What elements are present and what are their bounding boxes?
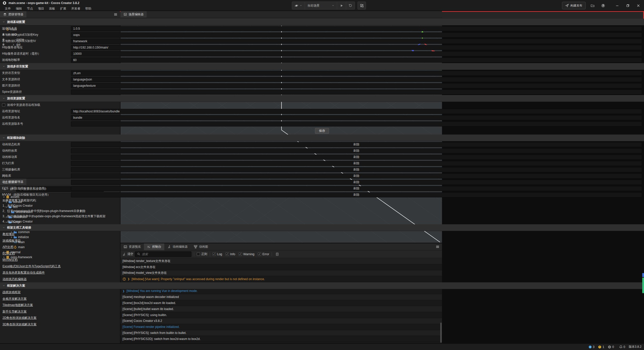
play-button[interactable]	[337, 2, 346, 9]
field-input[interactable]	[71, 90, 642, 95]
doc-link-2[interactable]: API文档	[3, 245, 13, 249]
status-info[interactable]: i 3	[588, 345, 595, 349]
link-row: 3D角色扮演游戏解决方案	[0, 321, 644, 328]
doc-link-6[interactable]: 原生包热更新配置自动生成插件	[3, 271, 45, 275]
doc-link-3[interactable]: ECS文档	[3, 251, 15, 256]
play-icon	[340, 4, 343, 8]
tab-hierarchy[interactable]: 层级管理器	[0, 11, 26, 18]
menu-item-5[interactable]: 扩展	[58, 6, 68, 11]
menu-item-1[interactable]: 编辑	[14, 6, 24, 11]
doc-link-5[interactable]: Excel格式转Json文件与TypeScript代码工具	[3, 264, 61, 269]
module-label: 行为行库	[2, 161, 71, 165]
tab-scene[interactable]: 场景编辑器	[120, 11, 147, 18]
menu-item-0[interactable]: 文件	[3, 6, 13, 11]
field-input[interactable]	[71, 115, 642, 120]
field-input[interactable]	[71, 39, 642, 44]
doc-link-4[interactable]: 2D角色扮演游戏解决方案	[3, 316, 36, 320]
field-input[interactable]	[71, 26, 642, 31]
field-row-0: 支持语言类型	[0, 70, 644, 76]
field-input[interactable]	[71, 32, 642, 37]
section-header[interactable]: 游戏资源配置	[0, 95, 644, 102]
maximize-button[interactable]	[624, 2, 631, 9]
menu-item-6[interactable]: 开发者	[69, 6, 83, 11]
field-label: 图片资源路径	[2, 83, 71, 88]
status-warning[interactable]: 1	[598, 345, 604, 349]
module-label: 网络库	[2, 174, 71, 178]
link-row: ECS文档	[0, 250, 644, 257]
section-header[interactable]: 游戏基础配置	[0, 19, 644, 25]
status-error[interactable]: 0	[608, 345, 614, 349]
info-count: 3	[593, 345, 595, 349]
build-publish-label: 构建发布	[570, 4, 582, 8]
field-input[interactable]	[71, 71, 642, 76]
status-notifications[interactable]: 0	[619, 345, 625, 349]
doc-link-3[interactable]: 新手引导解决方案	[3, 310, 27, 314]
inspector-scrollbar-thumb[interactable]	[642, 278, 644, 293]
chevron-down-icon	[3, 284, 5, 287]
inspector-scrollbar-segment[interactable]	[642, 273, 644, 277]
menu-item-2[interactable]: 节点	[25, 6, 35, 11]
field-input[interactable]	[71, 45, 642, 50]
panel-menu-icon[interactable]	[114, 13, 117, 16]
section-title: 游戏基础配置	[7, 20, 25, 24]
module-row-5: 网络库剔除	[0, 173, 644, 179]
info-circle-icon: i	[588, 345, 592, 349]
field-input[interactable]	[71, 109, 642, 114]
restart-button[interactable]	[346, 2, 355, 9]
field-row-1: 本地数据CryptoES加密Key	[0, 32, 644, 38]
close-button[interactable]	[634, 2, 642, 9]
remove-module-button[interactable]: 剔除	[71, 192, 642, 197]
field-input[interactable]	[71, 51, 642, 56]
doc-link-4[interactable]: MVVM文档	[3, 258, 18, 262]
remote-load-checkbox[interactable]: 游戏中资源是否远程加载	[0, 102, 644, 108]
field-input[interactable]	[71, 58, 642, 63]
remove-module-button[interactable]: 剔除	[71, 161, 642, 166]
preview-qr-button[interactable]	[357, 2, 366, 10]
note-line-4: 4、启动Cocos Creator	[0, 219, 644, 224]
scene-select[interactable]: 当前场景	[305, 2, 337, 9]
field-label: 支持语言类型	[2, 71, 71, 75]
build-publish-button[interactable]: 构建发布	[562, 2, 586, 9]
section-title: 框架模块剔除	[7, 136, 25, 140]
field-input[interactable]	[71, 121, 642, 126]
section-title: 游戏资源配置	[7, 96, 25, 101]
remove-module-button[interactable]: 剔除	[71, 173, 642, 179]
remove-module-button[interactable]: 剔除	[71, 167, 642, 172]
doc-link-7[interactable]: 动画状态机编辑器	[3, 277, 27, 281]
chevron-down-icon	[3, 21, 5, 23]
save-button[interactable]: 保存	[315, 128, 329, 134]
open-folder-button[interactable]	[589, 2, 596, 9]
doc-link-0[interactable]: 战棋游戏框架	[3, 290, 21, 294]
remove-module-button[interactable]: 剔除	[71, 186, 642, 191]
menu-item-3[interactable]: 项目	[36, 6, 46, 11]
link-row: Tiledmap地图解决方案	[0, 302, 644, 309]
menu-item-7[interactable]: 帮助	[83, 6, 94, 11]
remove-module-button[interactable]: 剔除	[71, 142, 642, 147]
link-row: 2D角色扮演游戏解决方案	[0, 315, 644, 321]
doc-link-2[interactable]: Tiledmap地图解决方案	[3, 303, 33, 307]
help-button[interactable]: ?	[599, 2, 607, 9]
section-header[interactable]: 框架文档工具链接	[0, 224, 644, 231]
menu-item-4[interactable]: 面板	[47, 6, 57, 11]
remove-module-button[interactable]: 剔除	[71, 148, 642, 153]
folder-open-icon	[591, 4, 594, 8]
platform-select[interactable]	[292, 2, 305, 9]
remove-module-button[interactable]: 剔除	[71, 155, 642, 160]
field-row-2: 图片资源路径	[0, 82, 644, 89]
section-header[interactable]: 游戏多语言配置	[0, 63, 644, 70]
field-input[interactable]	[71, 83, 642, 88]
doc-link-0[interactable]: 教程项目	[3, 232, 15, 236]
section-header[interactable]: 框架模块剔除	[0, 135, 644, 141]
remove-module-button[interactable]: 剔除	[71, 180, 642, 185]
link-row: 游戏模板项目	[0, 238, 644, 244]
field-input[interactable]	[71, 77, 642, 82]
field-row-0: 游戏版本号	[0, 25, 644, 32]
section-header[interactable]: 框架解决方案	[0, 282, 644, 289]
chevron-down-icon	[300, 4, 302, 7]
field-label: 本地数据CryptoES加密Key	[2, 33, 71, 37]
link-row: API文档	[0, 244, 644, 250]
doc-link-5[interactable]: 3D角色扮演游戏解决方案	[3, 322, 36, 327]
doc-link-1[interactable]: 全栈开发解决方案	[3, 297, 27, 301]
doc-link-1[interactable]: 游戏模板项目	[3, 239, 21, 243]
minimize-button[interactable]	[613, 2, 621, 9]
